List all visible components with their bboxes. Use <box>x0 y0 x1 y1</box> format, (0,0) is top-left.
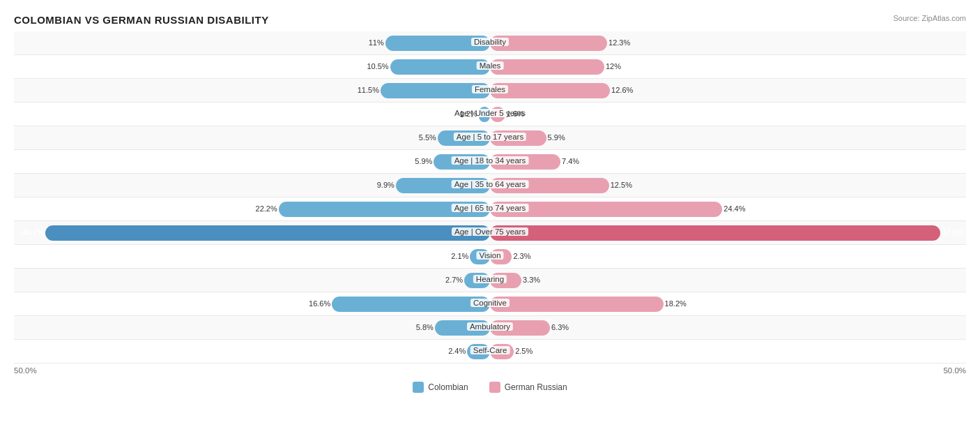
bar-row: Self-Care2.4%2.5% <box>14 340 966 364</box>
bar-label: Ambulatory <box>467 322 513 331</box>
value-left: 5.5% <box>419 133 436 142</box>
legend-colombian-box <box>413 382 424 393</box>
bar-label: Age | 5 to 17 years <box>454 133 526 141</box>
bar-row: Disability11%12.3% <box>14 31 966 55</box>
legend-colombian-label: Colombian <box>428 382 468 392</box>
value-right: 12.6% <box>611 86 633 94</box>
value-right: 2.5% <box>515 347 533 355</box>
bar-row: Age | 35 to 64 years9.9%12.5% <box>14 174 966 197</box>
value-right: 18.2% <box>665 299 687 308</box>
value-right: 2.3% <box>513 252 530 260</box>
bar-row: Age | Under 5 years1.2%1.6% <box>14 103 966 126</box>
value-left: 2.1% <box>451 252 468 260</box>
source-label: Source: ZipAtlas.com <box>893 14 966 22</box>
value-right: 1.6% <box>507 110 524 118</box>
value-left: 11% <box>369 38 384 47</box>
value-right: 47.3% <box>942 228 963 237</box>
axis-right: 50.0% <box>943 366 966 375</box>
bar-row: Age | Over 75 years46.7%47.3% <box>14 221 966 245</box>
bar-row: Hearing2.7%3.3% <box>14 269 966 292</box>
value-left: 11.5% <box>358 86 379 94</box>
value-right: 12% <box>606 62 621 70</box>
value-left: 16.6% <box>309 299 330 308</box>
chart-container: COLOMBIAN VS GERMAN RUSSIAN DISABILITY S… <box>0 7 980 407</box>
value-right: 7.4% <box>562 157 579 165</box>
legend: Colombian German Russian <box>14 382 966 393</box>
chart-area: Disability11%12.3%Males10.5%12%Females11… <box>14 31 966 364</box>
bar-left <box>45 225 490 241</box>
value-right: 5.9% <box>548 133 565 142</box>
bar-row: Females11.5%12.6% <box>14 79 966 103</box>
bar-label: Age | 35 to 64 years <box>452 180 529 188</box>
value-left: 1.2% <box>460 110 477 118</box>
bar-row: Age | 65 to 74 years22.2%24.4% <box>14 197 966 221</box>
bar-label: Age | Over 75 years <box>452 227 528 236</box>
bar-row: Vision2.1%2.3% <box>14 245 966 269</box>
bar-row: Age | 18 to 34 years5.9%7.4% <box>14 150 966 174</box>
bar-label: Cognitive <box>470 299 510 307</box>
bar-label: Disability <box>471 38 509 46</box>
bar-row: Ambulatory5.8%6.3% <box>14 316 966 340</box>
legend-colombian: Colombian <box>413 382 468 393</box>
axis-left: 50.0% <box>14 366 37 375</box>
bar-right <box>490 225 940 241</box>
bar-label: Age | 65 to 74 years <box>452 204 529 212</box>
bar-label: Hearing <box>473 275 507 283</box>
value-right: 24.4% <box>723 204 745 213</box>
bar-label: Females <box>472 85 508 93</box>
chart-title: COLOMBIAN VS GERMAN RUSSIAN DISABILITY <box>14 14 966 26</box>
bar-label: Vision <box>476 251 503 260</box>
bar-row: Age | 5 to 17 years5.5%5.9% <box>14 126 966 150</box>
legend-german-russian-label: German Russian <box>505 382 567 392</box>
legend-german-russian: German Russian <box>489 382 567 393</box>
value-left: 22.2% <box>256 204 277 213</box>
bar-row: Males10.5%12% <box>14 55 966 79</box>
value-left: 2.4% <box>448 347 466 355</box>
value-right: 6.3% <box>551 323 569 331</box>
bar-right <box>490 297 664 312</box>
bar-left <box>390 59 490 75</box>
bar-label: Self-Care <box>470 346 510 354</box>
bar-label: Age | 18 to 34 years <box>452 156 529 165</box>
value-left: 2.7% <box>445 276 463 284</box>
legend-german-russian-box <box>489 382 500 393</box>
bar-row: Cognitive16.6%18.2% <box>14 292 966 316</box>
value-left: 9.9% <box>377 181 395 189</box>
value-right: 3.3% <box>523 276 540 284</box>
value-left: 10.5% <box>367 62 388 70</box>
value-left: 5.8% <box>416 323 434 331</box>
value-right: 12.5% <box>611 181 632 189</box>
value-left: 5.9% <box>415 157 432 165</box>
value-right: 12.3% <box>608 38 630 47</box>
bar-label: Males <box>477 61 504 70</box>
axis-row: 50.0% 50.0% <box>14 364 966 379</box>
bar-right <box>490 59 604 75</box>
value-left: 46.7% <box>22 228 44 237</box>
bar-left <box>332 297 490 312</box>
